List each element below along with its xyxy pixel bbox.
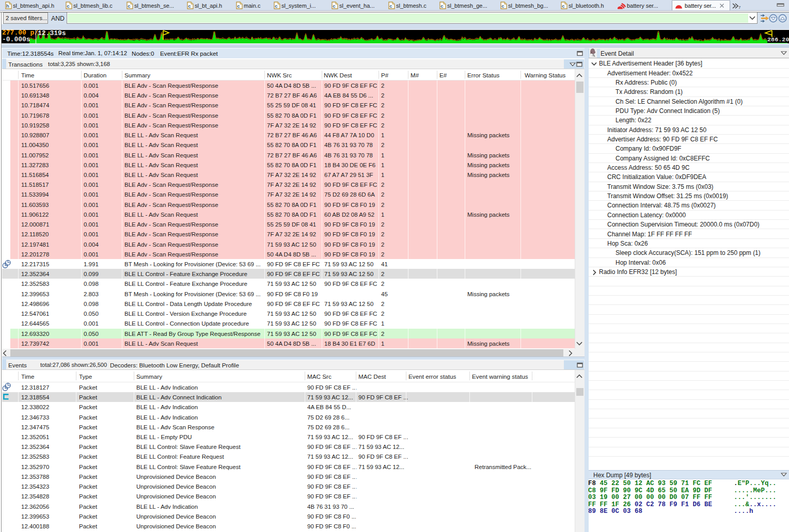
- svg-text:c: c: [333, 3, 335, 9]
- svg-text:c: c: [501, 3, 504, 9]
- svg-text:c: c: [188, 3, 191, 9]
- svg-text:c: c: [562, 3, 564, 9]
- svg-text:c: c: [67, 3, 69, 9]
- svg-text:c: c: [275, 3, 277, 9]
- svg-text:c: c: [128, 3, 130, 9]
- svg-text:h: h: [6, 3, 9, 9]
- svg-text:c: c: [440, 3, 443, 9]
- svg-text:c: c: [237, 3, 240, 9]
- svg-text:c: c: [389, 3, 392, 9]
- svg-text:7: 7: [738, 5, 741, 9]
